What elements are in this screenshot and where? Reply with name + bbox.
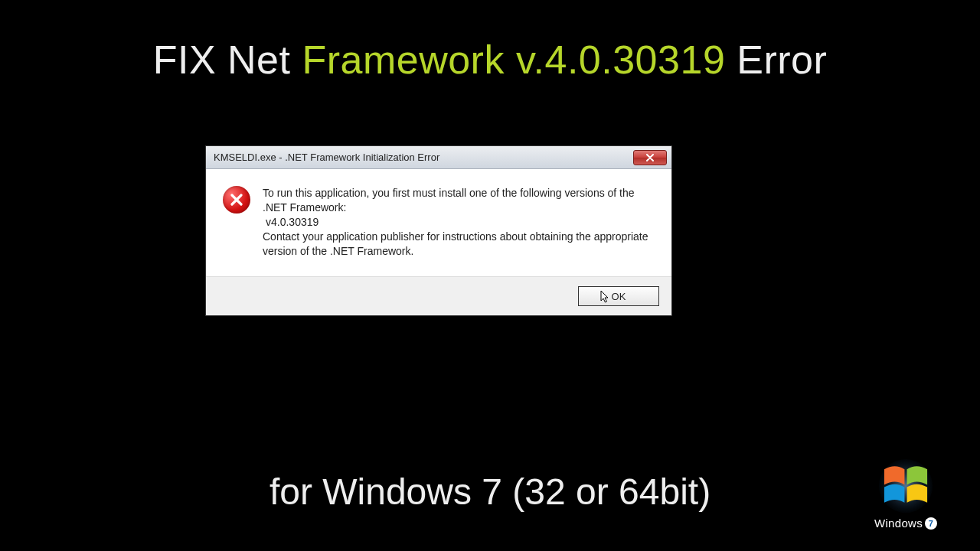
main-heading: FIX Net Framework v.4.0.30319 Error xyxy=(0,37,980,83)
ok-button[interactable]: OK xyxy=(578,286,659,306)
dialog-body: To run this application, you first must … xyxy=(206,169,671,277)
message-line2: Contact your application publisher for i… xyxy=(263,230,658,259)
error-dialog: KMSELDI.exe - .NET Framework Initializat… xyxy=(205,145,672,316)
brand-version: 7 xyxy=(925,517,937,530)
sub-heading: for Windows 7 (32 or 64bit) xyxy=(0,471,980,513)
windows7-logo: Windows7 xyxy=(864,458,948,530)
brand-text: Windows xyxy=(874,517,923,530)
heading-highlight: Framework v.4.0.30319 xyxy=(302,37,725,82)
dialog-message: To run this application, you first must … xyxy=(263,186,658,258)
dialog-titlebar[interactable]: KMSELDI.exe - .NET Framework Initializat… xyxy=(206,146,671,169)
ok-label: OK xyxy=(612,291,626,302)
message-line1: To run this application, you first must … xyxy=(263,186,658,215)
cursor-icon xyxy=(600,290,611,304)
close-button[interactable] xyxy=(633,150,667,165)
close-icon xyxy=(645,154,655,161)
windows-flag-icon xyxy=(876,458,936,514)
dialog-title: KMSELDI.exe - .NET Framework Initializat… xyxy=(214,152,633,163)
message-version: v4.0.30319 xyxy=(266,215,658,230)
windows-brand: Windows7 xyxy=(864,517,948,530)
heading-part2: Error xyxy=(725,37,827,82)
dialog-footer: OK xyxy=(206,277,671,315)
heading-part1: FIX Net xyxy=(153,37,302,82)
error-icon xyxy=(223,186,250,214)
